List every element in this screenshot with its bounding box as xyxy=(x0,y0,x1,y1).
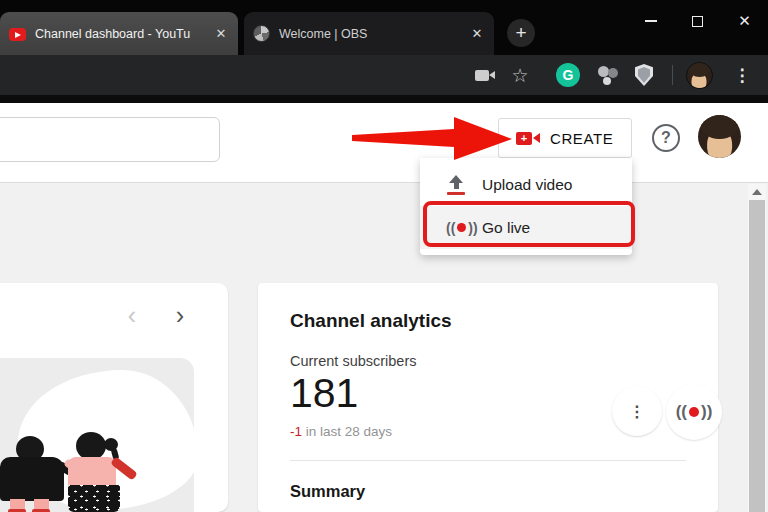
create-button-label: CREATE xyxy=(550,130,613,147)
star-icon: ☆ xyxy=(511,64,528,87)
window-controls: ✕ xyxy=(627,0,768,42)
shield-extension-button[interactable] xyxy=(628,55,660,95)
menu-item-go-live[interactable]: (()) Go live xyxy=(420,206,632,249)
menu-item-upload-video[interactable]: Upload video xyxy=(420,163,632,206)
obs-favicon-icon xyxy=(253,25,270,42)
illustration-person-right xyxy=(76,432,106,460)
help-button[interactable]: ? xyxy=(652,124,680,152)
page-scrollbar[interactable] xyxy=(748,184,766,512)
maximize-icon xyxy=(692,16,703,27)
browser-tab-strip: Channel dashboard - YouTu ✕ Welcome | OB… xyxy=(0,0,768,55)
current-subscribers-label: Current subscribers xyxy=(290,353,686,369)
delta-value: -1 xyxy=(290,424,302,439)
menu-item-label: Upload video xyxy=(482,176,572,194)
summary-title: Summary xyxy=(290,482,686,501)
card-divider xyxy=(290,460,686,461)
shield-icon xyxy=(635,64,653,86)
upload-icon xyxy=(446,175,466,195)
overflow-menu-icon: ⋮ xyxy=(629,402,645,421)
grammarly-icon: G xyxy=(556,63,580,87)
bookmark-star-button[interactable]: ☆ xyxy=(504,55,536,95)
chevron-right-icon: › xyxy=(176,301,184,329)
tab-welcome-obs[interactable]: Welcome | OBS ✕ xyxy=(244,12,494,55)
molecule-icon xyxy=(596,63,620,87)
grammarly-extension-button[interactable]: G xyxy=(552,55,584,95)
tab-close-icon[interactable]: ✕ xyxy=(212,25,230,43)
create-button[interactable]: + CREATE xyxy=(498,118,632,158)
broadcast-icon: (()) xyxy=(676,402,713,422)
profile-avatar xyxy=(686,62,713,89)
extension-button[interactable] xyxy=(592,55,624,95)
browser-toolbar: ☆ G ⋮ xyxy=(0,55,768,95)
tab-close-icon[interactable]: ✕ xyxy=(468,25,486,43)
upload-promo-card[interactable]: ‹ › xyxy=(0,283,228,512)
delta-suffix: in last 28 days xyxy=(302,424,392,439)
dark-divider-bar xyxy=(0,95,768,103)
youtube-favicon-icon xyxy=(9,28,26,41)
tab-channel-dashboard[interactable]: Channel dashboard - YouTu ✕ xyxy=(0,12,238,55)
scroll-up-arrow-icon[interactable] xyxy=(752,189,762,195)
camera-extension-button[interactable] xyxy=(466,55,498,95)
question-mark-icon: ? xyxy=(661,129,671,147)
browser-profile-button[interactable] xyxy=(682,55,716,95)
window-maximize-button[interactable] xyxy=(674,0,721,42)
scrollbar-thumb[interactable] xyxy=(749,200,765,512)
create-video-icon: + xyxy=(516,132,532,145)
menu-item-label: Go live xyxy=(482,219,530,237)
overflow-menu-icon: ⋮ xyxy=(734,65,751,86)
minimize-icon xyxy=(645,20,657,22)
account-avatar[interactable] xyxy=(698,115,741,158)
dashboard-content: ⋮ (()) ‹ › xyxy=(0,184,768,512)
studio-header: + CREATE ? xyxy=(0,103,768,183)
video-camera-icon xyxy=(475,70,489,81)
new-tab-button[interactable]: + xyxy=(507,19,535,47)
create-dropdown-menu: Upload video (()) Go live xyxy=(420,158,632,255)
toolbar-separator xyxy=(672,65,673,85)
chevron-left-icon: ‹ xyxy=(128,301,136,329)
screen: Channel dashboard - YouTu ✕ Welcome | OB… xyxy=(0,0,768,512)
window-minimize-button[interactable] xyxy=(627,0,674,42)
go-live-floating-button[interactable]: (()) xyxy=(666,384,722,440)
window-close-button[interactable]: ✕ xyxy=(721,0,768,42)
hidden-action-button[interactable]: ⋮ xyxy=(612,386,662,436)
browser-menu-button[interactable]: ⋮ xyxy=(728,55,756,95)
people-illustration xyxy=(0,358,194,512)
plus-icon: + xyxy=(515,22,526,44)
carousel-next-button[interactable]: › xyxy=(176,305,184,325)
go-live-icon: (()) xyxy=(446,220,478,236)
tab-title: Welcome | OBS xyxy=(279,27,460,41)
search-input[interactable] xyxy=(0,117,220,162)
analytics-title: Channel analytics xyxy=(290,310,686,332)
carousel-prev-button[interactable]: ‹ xyxy=(128,305,136,325)
close-icon: ✕ xyxy=(738,12,751,30)
tab-title: Channel dashboard - YouTu xyxy=(35,27,204,41)
